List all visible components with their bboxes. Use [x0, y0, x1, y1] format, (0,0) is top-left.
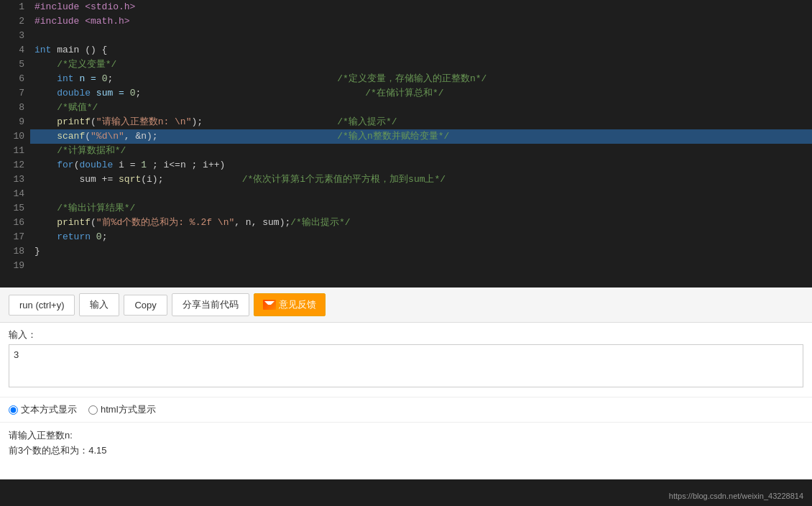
line-number: 6: [0, 72, 30, 86]
share-button[interactable]: 分享当前代码: [172, 293, 249, 316]
line-number: 10: [0, 129, 30, 144]
code-line: #include <math.h>: [30, 14, 812, 29]
feedback-label: 意见反馈: [279, 298, 316, 311]
text-mode-label[interactable]: 文本方式显示: [9, 403, 77, 416]
line-number: 11: [0, 144, 30, 158]
code-line: /*计算数据和*/: [30, 144, 812, 158]
input-textarea[interactable]: [9, 344, 803, 387]
email-icon: [263, 300, 276, 310]
line-number: 5: [0, 58, 30, 72]
code-line: printf("前%d个数的总和为: %.2f \n", n, sum);/*输…: [30, 216, 812, 230]
line-number: 4: [0, 43, 30, 58]
code-line: #include <stdio.h>: [30, 0, 812, 14]
code-line: [30, 259, 812, 273]
line-number: 14: [0, 187, 30, 201]
watermark: https://blog.csdn.net/weixin_43228814: [669, 492, 803, 500]
app-container: 12345678910111213141516171819 #include <…: [0, 0, 812, 479]
code-line: sum += sqrt(i); /*依次计算第i个元素值的平方根，加到sum上*…: [30, 172, 812, 187]
code-line: }: [30, 244, 812, 259]
html-mode-text: html方式显示: [101, 403, 156, 416]
html-mode-radio[interactable]: [88, 405, 98, 415]
output-mode-selector: 文本方式显示 html方式显示: [0, 397, 812, 422]
output-section: 请输入正整数n: 前3个数的总和为：4.15: [0, 422, 812, 479]
code-line: [30, 29, 812, 43]
copy-button[interactable]: Copy: [124, 295, 167, 316]
input-button[interactable]: 输入: [79, 293, 119, 316]
code-line: [30, 187, 812, 201]
line-number: 15: [0, 201, 30, 216]
line-number: 17: [0, 230, 30, 244]
line-number: 16: [0, 216, 30, 230]
run-button[interactable]: run (ctrl+y): [9, 295, 75, 316]
line-number: 8: [0, 101, 30, 115]
code-line: int main () {: [30, 43, 812, 58]
line-numbers: 12345678910111213141516171819: [0, 0, 30, 288]
input-section: 输入：: [0, 323, 812, 397]
line-number: 7: [0, 86, 30, 101]
line-number: 1: [0, 0, 30, 14]
line-number: 18: [0, 244, 30, 259]
line-number: 12: [0, 158, 30, 172]
input-label: 输入：: [9, 328, 803, 341]
output-line2: 前3个数的总和为：4.15: [9, 443, 803, 459]
code-line: for(double i = 1 ; i<=n ; i++): [30, 158, 812, 172]
code-line: int n = 0; /*定义变量，存储输入的正整数n*/: [30, 72, 812, 86]
line-number: 13: [0, 172, 30, 187]
text-mode-radio[interactable]: [9, 405, 18, 415]
line-number: 2: [0, 14, 30, 29]
output-line1: 请输入正整数n:: [9, 428, 803, 443]
code-line: printf("请输入正整数n: \n"); /*输入提示*/: [30, 115, 812, 129]
code-line: /*输出计算结果*/: [30, 201, 812, 216]
line-number: 9: [0, 115, 30, 129]
code-editor: 12345678910111213141516171819 #include <…: [0, 0, 812, 288]
line-number: 3: [0, 29, 30, 43]
text-mode-text: 文本方式显示: [21, 403, 77, 416]
toolbar: run (ctrl+y) 输入 Copy 分享当前代码 意见反馈: [0, 288, 812, 323]
output-text: 请输入正整数n: 前3个数的总和为：4.15: [9, 428, 803, 459]
html-mode-label[interactable]: html方式显示: [88, 403, 156, 416]
code-line: /*赋值*/: [30, 101, 812, 115]
code-content[interactable]: #include <stdio.h>#include <math.h> int …: [30, 0, 812, 288]
code-line: scanf("%d\n", &n); /*输入n整数并赋给变量*/: [30, 129, 812, 144]
code-line: /*定义变量*/: [30, 58, 812, 72]
feedback-button[interactable]: 意见反馈: [254, 293, 326, 316]
line-number: 19: [0, 259, 30, 273]
code-line: double sum = 0; /*在储计算总和*/: [30, 86, 812, 101]
code-line: return 0;: [30, 230, 812, 244]
